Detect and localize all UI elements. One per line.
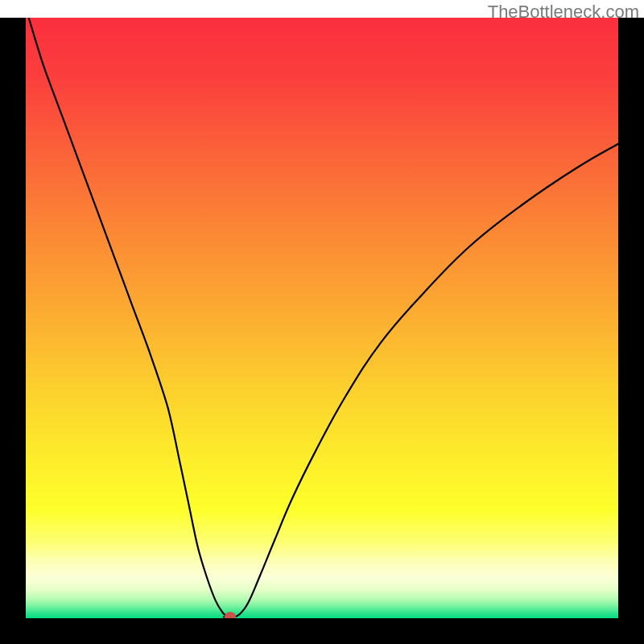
optimum-marker-icon <box>225 612 236 618</box>
chart-frame <box>0 18 644 644</box>
bottleneck-curve <box>26 18 618 618</box>
watermark-text: TheBottleneck.com <box>488 2 639 23</box>
plot-area <box>26 18 618 618</box>
chart-container: TheBottleneck.com <box>0 0 644 644</box>
